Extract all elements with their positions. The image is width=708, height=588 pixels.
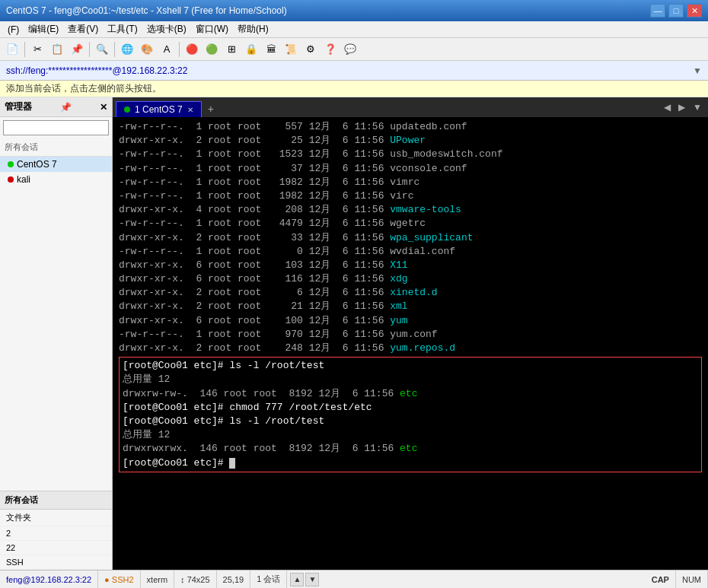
term-line-1: -rw-r--r--. 1 root root 557 12月 6 11:56 …: [119, 120, 702, 134]
sessions-row-22: 22: [0, 541, 112, 555]
term-line-16: -rw-r--r--. 1 root root 970 12月 6 11:56 …: [119, 328, 702, 342]
term-line-6: -rw-r--r--. 1 root root 1982 12月 6 11:56…: [119, 189, 702, 203]
toolbar-help[interactable]: ❓: [321, 40, 340, 59]
maximize-button[interactable]: □: [668, 4, 684, 17]
status-sessions-text: 1 会话: [257, 574, 280, 585]
toolbar-paste[interactable]: 📌: [68, 40, 86, 59]
term-cursor: [229, 458, 235, 469]
sidebar-search-container: [0, 117, 112, 138]
term-hl-4: [root@Coo01 etc]# chmod 777 /root/test/e…: [123, 401, 698, 415]
tab-add-btn[interactable]: +: [202, 100, 220, 117]
toolbar-color[interactable]: 🎨: [138, 40, 156, 59]
toolbar-settings[interactable]: ⚙: [301, 40, 320, 59]
sidebar-pin[interactable]: 📌: [60, 102, 72, 113]
toolbar-lock[interactable]: 🔒: [242, 40, 260, 59]
kali-status-dot: [8, 176, 14, 183]
menu-file[interactable]: (F): [3, 23, 24, 37]
window-title: CentOS 7 - feng@Coo01:~/test/etc - Xshel…: [6, 5, 650, 16]
status-terminal: xterm: [141, 571, 175, 588]
term-line-2: drwxr-xr-x. 2 root root 25 12月 6 11:56 U…: [119, 134, 702, 148]
toolbar-building[interactable]: 🏛: [262, 40, 280, 59]
sessions-panel: 所有会话 文件夹 2 22 SSH: [0, 491, 112, 570]
sidebar-all-sessions-label: 所有会话: [0, 138, 112, 157]
tab-close-btn[interactable]: ✕: [187, 106, 193, 114]
toolbar-expand[interactable]: ⊞: [222, 40, 241, 59]
menu-view[interactable]: 查看(V): [63, 21, 103, 37]
term-hl-5: [root@Coo01 etc]# ls -l /root/test: [123, 415, 698, 428]
status-protocol-icon: ●: [104, 575, 110, 584]
toolbar-cut[interactable]: ✂: [28, 40, 46, 59]
sessions-panel-title: 所有会话: [0, 491, 112, 510]
status-arrow-down[interactable]: ▼: [305, 573, 319, 586]
term-line-10: -rw-r--r--. 1 root root 0 12月 6 11:56 wv…: [119, 245, 702, 259]
status-arrow-up[interactable]: ▲: [290, 573, 304, 586]
menu-edit[interactable]: 编辑(E): [24, 21, 63, 37]
sidebar: 管理器 📌 ✕ 所有会话 CentOS 7 kali 所有会话 文件夹 2: [0, 97, 113, 570]
term-line-11: drwxr-xr-x. 6 root root 103 12月 6 11:56 …: [119, 259, 702, 272]
status-terminal-text: xterm: [147, 575, 168, 584]
toolbar-sep-2: [89, 42, 90, 57]
sidebar-search-input[interactable]: [3, 120, 109, 135]
terminal[interactable]: -rw-r--r--. 1 root root 557 12月 6 11:56 …: [113, 117, 708, 570]
tab-next-btn[interactable]: ▶: [675, 100, 688, 114]
toolbar: 📄 ✂ 📋 📌 🔍 🌐 🎨 A 🔴 🟢 ⊞ 🔒 🏛 📜 ⚙ ❓ 💬: [0, 38, 708, 61]
tab-prev-btn[interactable]: ◀: [661, 100, 674, 114]
toolbar-sep-3: [114, 42, 115, 57]
term-line-14: drwxr-xr-x. 2 root root 21 12月 6 11:56 x…: [119, 300, 702, 313]
term-line-9: drwxr-xr-x. 2 root root 33 12月 6 11:56 w…: [119, 231, 702, 245]
window-controls: — □ ✕: [650, 4, 702, 17]
sidebar-item-kali-label: kali: [17, 174, 30, 185]
term-line-4: -rw-r--r--. 1 root root 37 12月 6 11:56 v…: [119, 162, 702, 176]
centos7-status-dot: [8, 161, 14, 167]
address-dropdown[interactable]: ▼: [693, 65, 702, 76]
toolbar-sep-4: [179, 42, 180, 57]
highlighted-section: [root@Coo01 etc]# ls -l /root/test 总用量 1…: [119, 357, 702, 472]
status-cap: CAP: [646, 571, 676, 588]
toolbar-font[interactable]: A: [158, 40, 176, 59]
sidebar-item-centos7-label: CentOS 7: [17, 159, 57, 170]
toolbar-sftp[interactable]: 🔴: [183, 40, 201, 59]
tab-menu-btn[interactable]: ▼: [690, 100, 705, 114]
sessions-row-ssh: SSH: [0, 555, 112, 570]
toolbar-script[interactable]: 📜: [282, 40, 300, 59]
sidebar-item-centos7[interactable]: CentOS 7: [0, 157, 112, 172]
menu-window[interactable]: 窗口(W): [191, 21, 233, 37]
sidebar-header: 管理器 📌 ✕: [0, 97, 112, 117]
status-cap-text: CAP: [652, 575, 669, 584]
tab-centos7[interactable]: 1 CentOS 7 ✕: [116, 101, 202, 117]
term-hl-3: drwxrw-rw-. 146 root root 8192 12月 6 11:…: [123, 387, 698, 401]
term-line-8: -rw-r--r--. 1 root root 4479 12月 6 11:56…: [119, 217, 702, 230]
minimize-button[interactable]: —: [650, 4, 665, 17]
main-layout: 管理器 📌 ✕ 所有会话 CentOS 7 kali 所有会话 文件夹 2: [0, 97, 708, 570]
toolbar-sftp2[interactable]: 🟢: [203, 40, 221, 59]
term-line-17: drwxr-xr-x. 2 root root 248 12月 6 11:56 …: [119, 342, 702, 355]
term-line-7: drwxr-xr-x. 4 root root 208 12月 6 11:56 …: [119, 203, 702, 217]
sessions-label-22: 22: [6, 543, 15, 552]
toolbar-copy[interactable]: 📋: [48, 40, 66, 59]
sidebar-item-kali[interactable]: kali: [0, 172, 112, 187]
toolbar-extra[interactable]: 💬: [341, 40, 359, 59]
menu-bar: (F) 编辑(E) 查看(V) 工具(T) 选项卡(B) 窗口(W) 帮助(H): [0, 21, 708, 38]
status-ip-text: feng@192.168.22.3:22: [6, 575, 91, 584]
toolbar-new[interactable]: 📄: [3, 40, 21, 59]
term-line-13: drwxr-xr-x. 2 root root 6 12月 6 11:56 xi…: [119, 286, 702, 300]
toolbar-search[interactable]: 🔍: [93, 40, 111, 59]
status-num-text: NUM: [682, 575, 701, 584]
sessions-row-folder: 文件夹: [0, 510, 112, 526]
toolbar-sep-1: [24, 42, 25, 57]
status-position-text: 25,19: [223, 575, 244, 584]
close-button[interactable]: ✕: [687, 4, 702, 17]
address-text: ssh://feng:******************@192.168.22…: [6, 65, 187, 76]
term-hl-7: drwxrwxrwx. 146 root root 8192 12月 6 11:…: [123, 442, 698, 456]
menu-tabs[interactable]: 选项卡(B): [142, 21, 191, 37]
term-hl-8: [root@Coo01 etc]#: [123, 456, 698, 470]
term-hl-2: 总用量 12: [123, 373, 698, 386]
sidebar-close[interactable]: ✕: [100, 102, 107, 113]
menu-tools[interactable]: 工具(T): [103, 21, 142, 37]
sessions-label-folder: 文件夹: [6, 512, 31, 523]
toolbar-connect[interactable]: 🌐: [118, 40, 136, 59]
status-nav-arrows: ▲ ▼: [287, 573, 322, 586]
info-text: 添加当前会话，点击左侧的箭头按钮。: [6, 82, 161, 95]
title-bar: CentOS 7 - feng@Coo01:~/test/etc - Xshel…: [0, 0, 708, 21]
menu-help[interactable]: 帮助(H): [233, 21, 273, 37]
